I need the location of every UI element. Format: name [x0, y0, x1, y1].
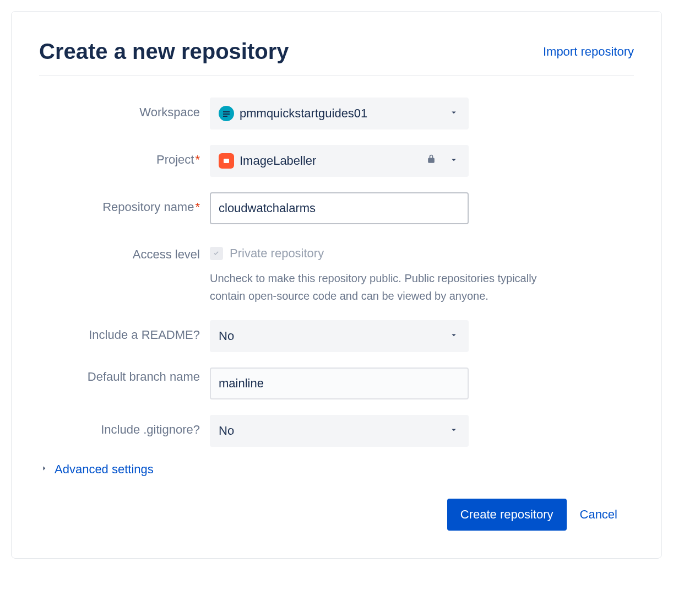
svg-rect-1 [223, 114, 230, 115]
row-gitignore: Include .gitignore? No [39, 415, 634, 447]
workspace-avatar-icon [219, 106, 234, 121]
svg-rect-0 [223, 111, 230, 112]
repo-name-input[interactable] [210, 192, 469, 224]
workspace-value: pmmquickstartguides01 [240, 106, 367, 121]
svg-rect-2 [223, 116, 227, 117]
readme-value: No [219, 329, 234, 343]
chevron-down-icon [449, 424, 459, 438]
row-repo-name: Repository name* [39, 192, 634, 224]
lock-icon [426, 154, 437, 168]
default-branch-input[interactable] [210, 368, 469, 399]
row-workspace: Workspace pmmquickstartguides01 [39, 98, 634, 129]
import-repository-link[interactable]: Import repository [543, 45, 634, 59]
create-repository-button[interactable]: Create repository [447, 499, 567, 531]
row-access-level: Access level Private repository Uncheck … [39, 240, 634, 305]
chevron-right-icon [39, 463, 49, 475]
private-repo-checkbox[interactable] [210, 247, 223, 260]
label-repo-name: Repository name* [102, 200, 200, 214]
row-default-branch: Default branch name [39, 368, 634, 399]
row-project: Project* ImageLabeller [39, 145, 634, 177]
workspace-select[interactable]: pmmquickstartguides01 [210, 98, 469, 129]
label-gitignore: Include .gitignore? [101, 423, 200, 436]
gitignore-select[interactable]: No [210, 415, 469, 447]
private-repo-label: Private repository [230, 246, 324, 261]
chevron-down-icon [449, 329, 459, 343]
button-row: Create repository Cancel [39, 499, 634, 531]
project-value: ImageLabeller [240, 154, 316, 168]
gitignore-value: No [219, 424, 234, 438]
advanced-settings-link[interactable]: Advanced settings [55, 462, 154, 477]
project-select[interactable]: ImageLabeller [210, 145, 469, 177]
project-avatar-icon [219, 153, 234, 169]
label-project: Project* [156, 153, 200, 166]
cancel-link[interactable]: Cancel [580, 507, 634, 522]
page-title: Create a new repository [39, 39, 289, 64]
access-help-text: Uncheck to make this repository public. … [210, 269, 551, 305]
label-access-level: Access level [133, 247, 200, 261]
svg-rect-3 [224, 159, 229, 163]
chevron-down-icon [449, 106, 459, 121]
label-readme: Include a README? [89, 328, 200, 342]
create-repo-card: Create a new repository Import repositor… [11, 11, 662, 559]
row-readme: Include a README? No [39, 320, 634, 352]
advanced-settings-toggle[interactable]: Advanced settings [39, 462, 634, 477]
label-workspace: Workspace [139, 105, 200, 119]
chevron-down-icon [449, 154, 459, 168]
readme-select[interactable]: No [210, 320, 469, 352]
label-default-branch: Default branch name [88, 370, 200, 383]
header-row: Create a new repository Import repositor… [39, 39, 634, 75]
